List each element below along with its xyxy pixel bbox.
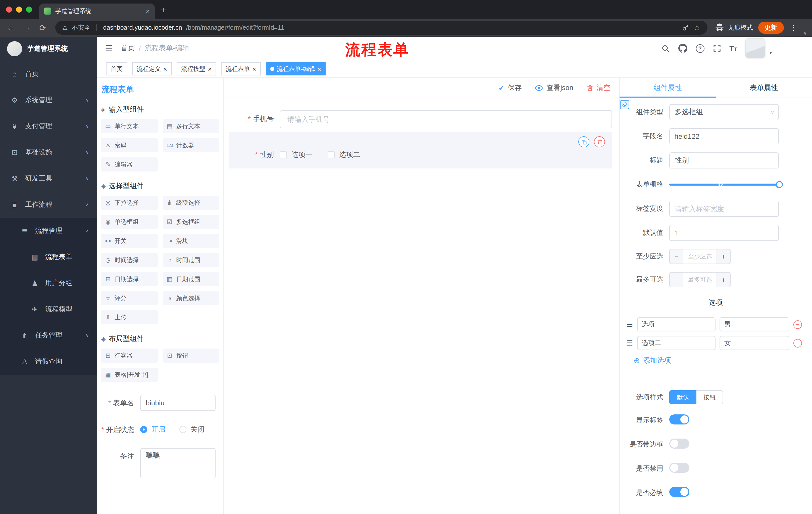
component-type-select[interactable]: 多选框组 ∨: [669, 104, 779, 120]
component-chip[interactable]: ▭ 单行文本: [101, 119, 157, 133]
view-tag[interactable]: 流程表单-编辑 ×: [266, 62, 326, 76]
sidebar-item[interactable]: ✈ 流程模型: [0, 296, 97, 322]
help-icon[interactable]: ?: [696, 44, 704, 53]
option-value-input[interactable]: [720, 317, 789, 331]
toolbar-overflow-chevron-icon[interactable]: ∨: [803, 30, 807, 37]
security-label[interactable]: 不安全: [72, 23, 91, 32]
gender-field-selected[interactable]: 性别 选项一: [229, 132, 612, 168]
title-input[interactable]: [669, 153, 779, 168]
sidebar-item[interactable]: ⊡ 基础设施 ∨: [0, 139, 97, 165]
max-select-value[interactable]: 最多可选: [684, 273, 717, 287]
default-value-input[interactable]: [669, 225, 779, 241]
form-grid-slider[interactable]: [669, 177, 779, 193]
option-style-default-button[interactable]: 默认: [669, 390, 696, 404]
view-json-button[interactable]: 查看json: [535, 83, 573, 92]
fullscreen-icon[interactable]: [713, 44, 721, 52]
tag-close-icon[interactable]: ×: [252, 65, 256, 72]
component-chip[interactable]: ◎ 下拉选择: [101, 196, 157, 210]
sidebar-item[interactable]: ⌂ 首页: [0, 61, 97, 87]
sidebar-item[interactable]: ▣ 工作流程 ∧: [0, 192, 97, 218]
browser-tab[interactable]: 芋道管理系统 ×: [39, 3, 155, 19]
tab-close-icon[interactable]: ×: [146, 7, 150, 15]
sidebar-item[interactable]: ⚙ 系统管理 ∨: [0, 87, 97, 113]
font-size-icon[interactable]: TT: [729, 44, 737, 53]
component-chip[interactable]: ▦ 日期范围: [163, 272, 219, 286]
sidebar-item[interactable]: ⚒ 研发工具 ∨: [0, 165, 97, 192]
component-chip[interactable]: ◑ 颜色选择: [163, 291, 219, 305]
component-chip[interactable]: ▦ 表格[开发中]: [101, 368, 157, 382]
view-tag[interactable]: 流程定义 ×: [132, 62, 172, 76]
sidebar-item[interactable]: ¥ 支付管理 ∨: [0, 113, 97, 139]
clear-button[interactable]: 清空: [586, 83, 610, 92]
sidebar-item[interactable]: ⋔ 任务管理 ∨: [0, 322, 97, 349]
field-name-input[interactable]: [669, 128, 779, 144]
window-minimize-button[interactable]: [16, 6, 22, 12]
option-label-input[interactable]: [637, 317, 716, 331]
app-logo[interactable]: 芋道管理系统: [0, 37, 97, 61]
toggle-switch[interactable]: [669, 438, 689, 449]
breadcrumb-home[interactable]: 首页: [121, 44, 135, 53]
form-name-input[interactable]: [140, 395, 215, 411]
form-remark-textarea[interactable]: 嘿嘿: [140, 448, 215, 478]
component-chip[interactable]: ⊸ 滑块: [163, 234, 219, 248]
window-close-button[interactable]: [6, 6, 12, 12]
tab-form-props[interactable]: 表单属性: [716, 78, 812, 98]
component-chip[interactable]: ◔ 时间范围: [163, 253, 219, 267]
toggle-switch[interactable]: [669, 414, 689, 425]
decrease-button[interactable]: −: [670, 273, 684, 287]
phone-input[interactable]: [280, 110, 612, 128]
component-chip[interactable]: ☑ 多选框组: [163, 215, 219, 229]
checkbox-option[interactable]: 选项二: [328, 151, 360, 159]
bookmark-star-icon[interactable]: ☆: [693, 23, 700, 32]
slider-knob[interactable]: [776, 181, 783, 188]
github-icon[interactable]: [678, 44, 687, 53]
component-chip[interactable]: ⊟ 行容器: [101, 349, 157, 362]
reload-button[interactable]: ⟳: [37, 23, 48, 32]
increase-button[interactable]: +: [717, 249, 730, 264]
view-tag[interactable]: 流程模型 ×: [177, 62, 216, 76]
toggle-switch[interactable]: [669, 487, 689, 497]
component-chip[interactable]: ⊡ 按钮: [163, 349, 219, 362]
component-chip[interactable]: ⊞ 日期选择: [101, 272, 157, 286]
back-button[interactable]: ←: [5, 23, 16, 32]
component-chip[interactable]: ◉ 单选框组: [101, 215, 157, 229]
status-off-radio[interactable]: 关闭: [179, 425, 204, 434]
status-on-radio[interactable]: 开启: [140, 425, 165, 434]
component-chip[interactable]: ⋔ 级联选择: [163, 196, 219, 210]
user-avatar[interactable]: [746, 39, 765, 58]
toggle-switch[interactable]: [669, 463, 689, 473]
label-width-input[interactable]: [669, 201, 779, 217]
view-tag[interactable]: 首页: [106, 62, 127, 76]
avatar-caret-icon[interactable]: ▾: [770, 50, 772, 55]
remove-option-button[interactable]: −: [793, 320, 802, 329]
component-chip[interactable]: ✳ 密码: [101, 138, 157, 153]
component-chip[interactable]: ⊶ 开关: [101, 234, 157, 248]
save-button[interactable]: ✓ 保存: [498, 83, 522, 92]
browser-update-button[interactable]: 更新: [758, 22, 784, 34]
tag-close-icon[interactable]: ×: [163, 65, 167, 72]
delete-field-button[interactable]: [594, 136, 605, 147]
increase-button[interactable]: +: [717, 273, 730, 287]
component-chip[interactable]: ◷ 时间选择: [101, 253, 157, 267]
drag-handle-icon[interactable]: ☰: [627, 320, 633, 328]
menu-fold-icon[interactable]: ☰: [105, 43, 113, 54]
forward-button[interactable]: →: [21, 23, 32, 32]
drag-handle-icon[interactable]: ☰: [627, 339, 633, 347]
sidebar-item[interactable]: ≣ 流程管理 ∧: [0, 218, 97, 244]
link-icon[interactable]: [620, 100, 629, 109]
component-chip[interactable]: ✎ 编辑器: [101, 157, 157, 171]
password-key-icon[interactable]: [682, 24, 689, 31]
component-chip[interactable]: 123 计数器: [163, 138, 219, 153]
sidebar-item[interactable]: ♟ 用户分组: [0, 270, 97, 296]
component-chip[interactable]: ▤ 多行文本: [163, 119, 219, 133]
browser-menu-icon[interactable]: ⋮: [789, 23, 798, 32]
copy-field-button[interactable]: [578, 136, 589, 147]
tag-close-icon[interactable]: ×: [318, 65, 321, 72]
component-chip[interactable]: ⇧ 上传: [101, 310, 157, 324]
checkbox-option[interactable]: 选项一: [280, 151, 313, 159]
sidebar-item[interactable]: ♙ 请假查询: [0, 349, 97, 375]
tag-close-icon[interactable]: ×: [208, 65, 211, 72]
min-select-value[interactable]: 至少应选: [684, 249, 717, 264]
option-value-input[interactable]: [720, 336, 789, 350]
address-bar[interactable]: ⚠ 不安全 dashboard.yudao.iocoder.cn/bpm/man…: [55, 21, 707, 35]
